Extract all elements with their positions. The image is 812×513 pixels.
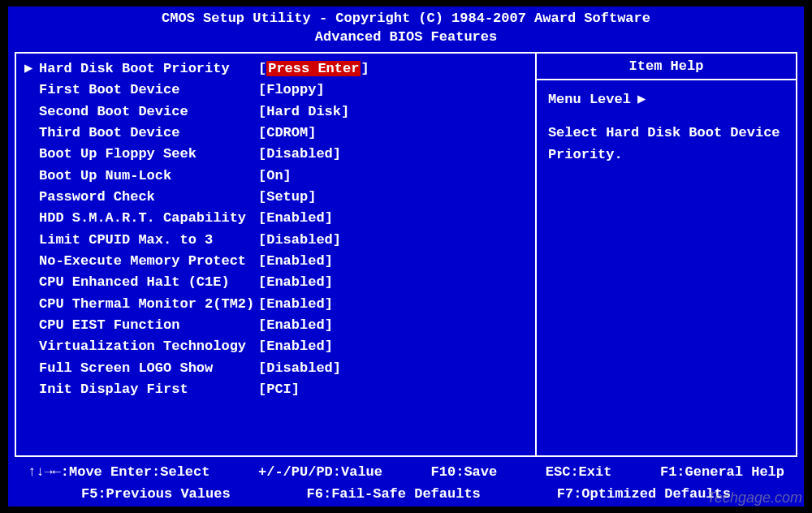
setting-value-text: Disabled [266,146,333,162]
setting-value[interactable]: [Floppy] [258,80,325,101]
setting-value[interactable]: [Disabled] [258,358,341,379]
footer-keys: ↑↓→←:Move Enter:Select+/-/PU/PD:ValueF10… [8,457,804,507]
setting-row[interactable]: Init Display First[PCI] [24,379,527,400]
bracket-open: [ [258,104,266,119]
setting-value-text: Press Enter [266,61,361,76]
header: CMOS Setup Utility - Copyright (C) 1984-… [8,6,804,52]
watermark: Techgage.com [707,489,802,507]
help-description: Select Hard Disk Boot Device Priority. [548,122,784,166]
bracket-open: [ [258,146,266,162]
setting-row[interactable]: Full Screen LOGO Show[Disabled] [24,358,527,379]
setting-value[interactable]: [Enabled] [258,294,333,315]
bracket-open: [ [258,189,266,205]
setting-value-text: Floppy [266,82,316,97]
cursor-icon [24,358,39,379]
bracket-open: [ [258,382,266,397]
setting-value[interactable]: [On] [258,166,292,187]
setting-row[interactable]: Boot Up Floppy Seek[Disabled] [24,144,527,165]
setting-row[interactable]: Third Boot Device[CDROM] [24,123,527,144]
setting-label: Boot Up Num-Lock [39,166,258,187]
bracket-close: ] [325,317,333,333]
setting-label: No-Execute Memory Protect [39,251,258,272]
menu-level-label: Menu Level [548,88,631,110]
setting-row[interactable]: First Boot Device[Floppy] [24,80,527,101]
menu-level: Menu Level ▶ [548,88,784,110]
cursor-icon [24,101,39,123]
cursor-icon [24,230,39,251]
setting-value-text: Enabled [266,253,324,269]
bracket-close: ] [308,125,316,140]
bracket-open: [ [258,360,266,376]
setting-value[interactable]: [Setup] [258,187,316,208]
bracket-close: ] [333,232,341,248]
setting-row[interactable]: Boot Up Num-Lock[On] [24,166,527,187]
bracket-close: ] [325,253,333,269]
footer-key-hint: ESC:Exit [546,462,612,483]
cursor-icon: ▶ [24,58,39,80]
setting-value[interactable]: [Enabled] [258,208,333,229]
setting-label: CPU Thermal Monitor 2(TM2) [39,294,258,315]
setting-row[interactable]: ▶Hard Disk Boot Priority[Press Enter] [24,58,527,80]
bracket-open: [ [258,168,266,183]
setting-value[interactable]: [Press Enter] [258,58,369,80]
setting-label: Second Boot Device [39,101,258,123]
bracket-open: [ [258,317,266,333]
setting-value[interactable]: [Enabled] [258,315,333,336]
cursor-icon [24,251,39,272]
cursor-icon [24,294,39,315]
cursor-icon [24,379,39,400]
setting-row[interactable]: Password Check[Setup] [24,187,527,208]
setting-row[interactable]: Second Boot Device[Hard Disk] [24,101,527,123]
setting-value[interactable]: [Disabled] [258,230,341,251]
setting-row[interactable]: Virtualization Technology[Enabled] [24,336,527,357]
setting-value-text: Enabled [266,317,324,333]
setting-value[interactable]: [Disabled] [258,144,341,165]
bracket-close: ] [325,274,333,290]
setting-row[interactable]: Limit CPUID Max. to 3[Disabled] [24,230,527,251]
setting-value[interactable]: [Hard Disk] [258,101,349,123]
cursor-icon [24,272,39,293]
cursor-icon [24,166,39,187]
bracket-close: ] [325,210,333,226]
setting-value[interactable]: [Enabled] [258,251,333,272]
bracket-close: ] [333,146,341,162]
setting-value-text: On [266,168,283,183]
setting-label: CPU Enhanced Halt (C1E) [39,272,258,293]
setting-value-text: Enabled [266,210,324,226]
bracket-close: ] [361,61,369,76]
bracket-close: ] [316,82,324,97]
bracket-close: ] [341,104,349,119]
setting-label: Limit CPUID Max. to 3 [39,230,258,251]
setting-value[interactable]: [Enabled] [258,272,333,293]
bracket-open: [ [258,296,266,312]
cursor-icon [24,208,39,229]
setting-value-text: CDROM [266,125,308,140]
footer-key-hint: F10:Save [431,462,498,483]
setting-row[interactable]: No-Execute Memory Protect[Enabled] [24,251,527,272]
setting-row[interactable]: CPU Thermal Monitor 2(TM2)[Enabled] [24,294,527,315]
footer-key-hint: F7:Optimized Defaults [557,484,731,505]
setting-value-text: Disabled [266,360,333,376]
bracket-close: ] [325,338,333,354]
setting-row[interactable]: HDD S.M.A.R.T. Capability[Enabled] [24,208,527,229]
help-panel: Item Help Menu Level ▶ Select Hard Disk … [535,54,796,455]
setting-row[interactable]: CPU EIST Function[Enabled] [24,315,527,336]
footer-key-hint: F5:Previous Values [81,484,231,505]
setting-value-text: Hard Disk [266,104,341,119]
cursor-icon [24,336,39,357]
footer-key-hint: F6:Fail-Safe Defaults [307,484,481,505]
cursor-icon [24,187,39,208]
main-panels: ▶Hard Disk Boot Priority[Press Enter]Fir… [15,52,797,457]
setting-value[interactable]: [Enabled] [258,336,333,357]
bracket-close: ] [292,382,300,397]
setting-label: Password Check [39,187,258,208]
header-subtitle: Advanced BIOS Features [8,28,804,47]
footer-line-2: F5:Previous ValuesF6:Fail-Safe DefaultsF… [16,484,796,505]
setting-value[interactable]: [CDROM] [258,123,316,144]
setting-row[interactable]: CPU Enhanced Halt (C1E)[Enabled] [24,272,527,293]
footer-key-hint: +/-/PU/PD:Value [258,462,382,483]
setting-value-text: Setup [266,189,308,205]
settings-list[interactable]: ▶Hard Disk Boot Priority[Press Enter]Fir… [16,54,535,455]
cursor-icon [24,80,39,101]
setting-value[interactable]: [PCI] [258,379,300,400]
